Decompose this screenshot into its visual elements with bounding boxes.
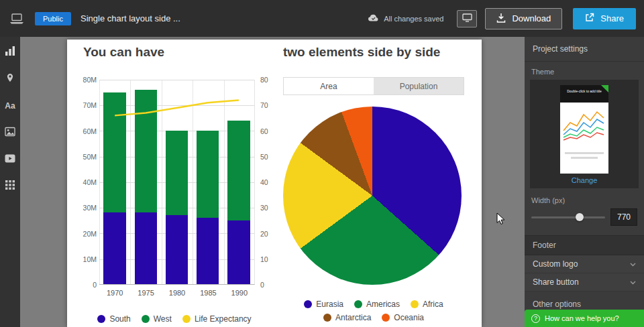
- y-axis-tick: 40M: [83, 178, 97, 186]
- legend-swatch: [411, 300, 419, 308]
- width-control: 770: [531, 208, 637, 226]
- download-label: Download: [512, 13, 551, 23]
- legend-item: Antarctica: [323, 313, 371, 322]
- tab-area[interactable]: Area: [284, 78, 374, 94]
- custom-logo-label: Custom logo: [533, 259, 578, 269]
- sidebar-text-button[interactable]: Aa: [3, 100, 17, 112]
- pie-chart-title[interactable]: two elements side by side: [283, 45, 440, 60]
- bar-segment-west: [197, 131, 219, 218]
- y-axis-tick: 70M: [83, 101, 97, 109]
- legend-label: Africa: [423, 300, 443, 309]
- footer-section-header[interactable]: Footer: [525, 235, 644, 255]
- width-slider[interactable]: [531, 212, 605, 222]
- y-axis-tick: 30: [260, 204, 268, 212]
- infogram-editor: Public Single chart layout side ... All …: [0, 0, 644, 327]
- legend-item: Oceania: [382, 313, 424, 322]
- bar-segment-south: [197, 218, 219, 284]
- x-axis-label: 1975: [130, 289, 161, 297]
- theme-thumbnail-footer: [560, 147, 608, 159]
- bar-segment-west: [135, 90, 157, 212]
- bar-column[interactable]: [99, 80, 130, 284]
- panel-title: Project settings: [525, 37, 644, 62]
- legend-swatch: [382, 314, 390, 322]
- elements-grid-icon: [5, 180, 15, 192]
- legend-label: Eurasia: [316, 300, 343, 309]
- bar-chart-x-axis: 19701975198019851990: [99, 289, 255, 297]
- legend-item: Eurasia: [304, 300, 343, 309]
- custom-logo-row[interactable]: Custom logo: [525, 255, 644, 273]
- bar-segment-west: [166, 131, 188, 215]
- project-settings-panel: Project settings Theme Double-click to a…: [525, 37, 644, 327]
- help-button[interactable]: ? How can we help you?: [525, 310, 644, 327]
- legend-item: South: [97, 314, 130, 324]
- legend-swatch: [304, 300, 312, 308]
- y-axis-tick: 70: [260, 101, 268, 109]
- bar-column[interactable]: [161, 80, 192, 284]
- share-label: Share: [600, 13, 624, 23]
- pie-graphic[interactable]: [283, 107, 462, 285]
- bar-chart-y-axis-left: 80M70M60M50M40M30M20M10M0: [71, 76, 97, 289]
- topbar: Public Single chart layout side ... All …: [0, 0, 644, 37]
- width-value-box[interactable]: 770: [610, 208, 637, 226]
- map-pin-icon: [5, 72, 15, 86]
- legend-label: Oceania: [394, 313, 424, 322]
- sidebar-image-button[interactable]: [3, 127, 17, 139]
- public-button[interactable]: Public: [35, 12, 71, 25]
- slider-knob[interactable]: [576, 213, 584, 221]
- mouse-cursor: [496, 212, 505, 228]
- change-theme-link[interactable]: Change: [530, 176, 639, 184]
- legend-swatch: [142, 315, 150, 323]
- download-icon: [496, 13, 506, 25]
- x-axis-label: 1980: [162, 289, 193, 297]
- sidebar-video-button[interactable]: [3, 153, 17, 166]
- width-label: Width (px): [531, 196, 637, 204]
- question-icon: ?: [531, 314, 540, 323]
- legend-swatch: [354, 300, 362, 308]
- text-icon: Aa: [5, 101, 15, 111]
- legend-label: Life Expectancy: [195, 314, 252, 324]
- theme-label: Theme: [531, 68, 637, 76]
- legend-label: West: [154, 314, 172, 324]
- bar-chart-plot[interactable]: [99, 80, 255, 285]
- y-axis-tick: 50: [260, 153, 268, 161]
- bar-chart-title[interactable]: You can have: [83, 45, 164, 60]
- y-axis-tick: 0: [260, 281, 264, 289]
- bar-column[interactable]: [130, 80, 161, 284]
- tab-population[interactable]: Population: [374, 78, 464, 94]
- preview-button[interactable]: [457, 10, 477, 27]
- chevron-down-icon: [630, 277, 636, 287]
- bar-segment-south: [103, 212, 125, 284]
- bar-column[interactable]: [193, 80, 223, 284]
- download-button[interactable]: Download: [485, 8, 562, 29]
- bar-segment-south: [166, 215, 188, 284]
- theme-preview-card[interactable]: Double-click to add title Change: [530, 80, 639, 188]
- stacked-bar: [197, 80, 219, 284]
- y-axis-tick: 60M: [83, 127, 97, 135]
- legend-item: West: [142, 314, 172, 324]
- app-logo-icon[interactable]: [8, 13, 25, 24]
- legend-label: Americas: [366, 300, 400, 309]
- bar-column[interactable]: [223, 80, 254, 284]
- sidebar-charts-button[interactable]: [3, 46, 17, 58]
- theme-thumbnail-chart: [560, 103, 608, 144]
- y-axis-tick: 40: [260, 178, 268, 186]
- pie-chart-tabs: Area Population: [283, 77, 464, 95]
- legend-swatch: [97, 315, 105, 323]
- cloud-check-icon: [368, 13, 379, 23]
- share-button-label: Share button: [533, 277, 579, 287]
- share-button-row[interactable]: Share button: [525, 273, 644, 291]
- document-title[interactable]: Single chart layout side ...: [80, 13, 180, 23]
- help-label: How can we help you?: [545, 314, 619, 322]
- bar-chart-legend: SouthWestLife Expectancy: [74, 314, 275, 324]
- legend-item: Americas: [354, 300, 400, 309]
- slider-track[interactable]: [531, 216, 605, 218]
- sidebar-elements-button[interactable]: [3, 180, 17, 192]
- save-status: All changes saved: [368, 13, 443, 23]
- save-status-label: All changes saved: [384, 15, 443, 23]
- share-button[interactable]: Share: [573, 8, 636, 29]
- theme-thumbnail: Double-click to add title: [560, 85, 608, 174]
- sidebar-map-button[interactable]: [3, 73, 17, 85]
- y-axis-tick: 60: [260, 127, 268, 135]
- canvas-page[interactable]: You can have 80M70M60M50M40M30M20M10M0 8…: [67, 40, 482, 327]
- stacked-bar: [135, 80, 157, 284]
